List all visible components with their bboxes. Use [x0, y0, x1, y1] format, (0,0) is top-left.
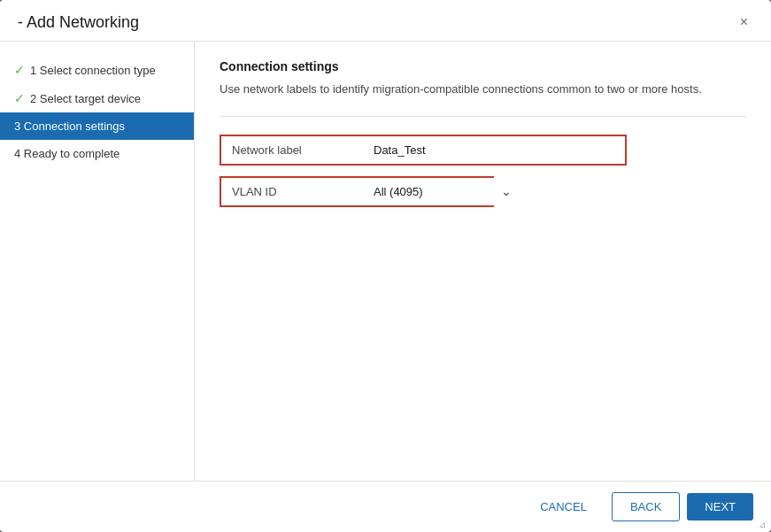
- sidebar-item-step1[interactable]: ✓ 1 Select connection type: [0, 56, 194, 84]
- section-title: Connection settings: [220, 59, 746, 73]
- sidebar-item-step2[interactable]: ✓ 2 Select target device: [0, 84, 194, 112]
- dialog-title: - Add Networking: [18, 13, 139, 32]
- check-icon-step2: ✓: [14, 91, 25, 105]
- sidebar-item-step4[interactable]: 4 Ready to complete: [0, 140, 194, 167]
- sidebar-step3-label: 3 Connection settings: [14, 120, 125, 133]
- vlan-row: VLAN ID ⌄: [220, 176, 746, 207]
- main-content: Connection settings Use network labels t…: [195, 42, 771, 481]
- network-label-input[interactable]: [363, 136, 625, 164]
- network-label-label: Network label: [221, 136, 363, 164]
- section-description: Use network labels to identify migration…: [220, 81, 746, 98]
- add-networking-dialog: - Add Networking × ✓ 1 Select connection…: [0, 0, 771, 532]
- dialog-body: ✓ 1 Select connection type ✓ 2 Select ta…: [0, 42, 771, 481]
- vlan-id-label: VLAN ID: [221, 178, 363, 205]
- sidebar-item-step3[interactable]: 3 Connection settings: [0, 112, 194, 140]
- next-button[interactable]: NEXT: [687, 493, 753, 520]
- sidebar-step4-label: 4 Ready to complete: [14, 147, 120, 160]
- back-button[interactable]: BACK: [612, 492, 680, 521]
- sidebar-step2-label: 2 Select target device: [30, 92, 141, 105]
- vlan-field-container: VLAN ID: [220, 176, 494, 207]
- dialog-footer: CANCEL BACK NEXT: [0, 481, 771, 532]
- resize-handle[interactable]: ⊿: [759, 520, 767, 528]
- sidebar-step1-label: 1 Select connection type: [30, 64, 156, 77]
- cancel-button[interactable]: CANCEL: [522, 493, 605, 520]
- section-divider: [220, 116, 746, 117]
- network-label-field-row: Network label: [220, 135, 627, 166]
- close-button[interactable]: ×: [735, 12, 753, 32]
- vlan-dropdown-arrow[interactable]: ⌄: [501, 184, 512, 198]
- check-icon-step1: ✓: [14, 63, 25, 77]
- sidebar: ✓ 1 Select connection type ✓ 2 Select ta…: [0, 42, 195, 481]
- dialog-header: - Add Networking ×: [0, 0, 771, 42]
